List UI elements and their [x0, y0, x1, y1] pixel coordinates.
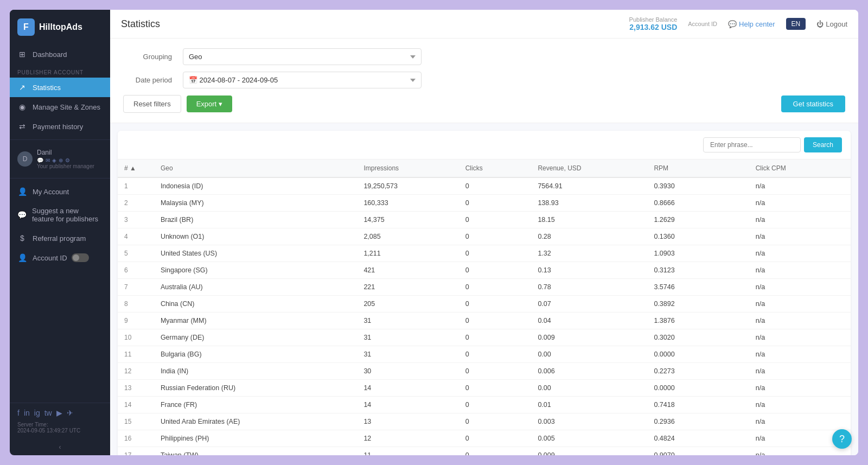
cell-geo: Singapore (SG)	[154, 262, 358, 279]
cell-clicks: 0	[459, 363, 532, 380]
sidebar-item-referral[interactable]: $ Referral program	[10, 228, 110, 248]
sidebar-item-dashboard[interactable]: ⊞ Dashboard	[10, 44, 110, 64]
statistics-icon: ↗	[17, 83, 27, 92]
help-fab-button[interactable]: ?	[832, 429, 852, 449]
sidebar-item-payment-history[interactable]: ⇄ Payment history	[10, 117, 110, 136]
sidebar-item-label: Statistics	[33, 84, 61, 92]
sidebar-item-manage-sites[interactable]: ◉ Manage Site & Zones	[10, 97, 110, 117]
col-header-rpm[interactable]: RPM	[647, 160, 749, 177]
sidebar-item-label: Payment history	[33, 123, 83, 131]
logout-button[interactable]: ⏻ Logout	[816, 20, 847, 28]
cell-num: 1	[118, 177, 154, 195]
cell-cpm: n/a	[749, 329, 851, 346]
sidebar-item-account-id[interactable]: 👤 Account ID	[10, 248, 110, 267]
sidebar-item-statistics[interactable]: ↗ Statistics	[10, 78, 110, 97]
search-button[interactable]: Search	[804, 137, 842, 152]
table-row: 13 Russian Federation (RU) 14 0 0.00 0.0…	[118, 380, 851, 397]
search-input[interactable]	[703, 137, 801, 152]
table-row: 11 Bulgaria (BG) 31 0 0.00 0.0000 n/a	[118, 346, 851, 363]
instagram-icon[interactable]: ig	[34, 409, 40, 417]
table-row: 8 China (CN) 205 0 0.07 0.3892 n/a	[118, 296, 851, 313]
cell-impressions: 421	[357, 262, 458, 279]
cell-revenue: 1.32	[531, 245, 647, 262]
cell-num: 3	[118, 212, 154, 228]
cell-cpm: n/a	[749, 296, 851, 313]
cell-revenue: 0.28	[531, 228, 647, 245]
cell-num: 13	[118, 380, 154, 397]
col-header-cpm[interactable]: Click CPM	[749, 160, 851, 177]
export-button[interactable]: Export ▾	[187, 95, 233, 112]
cell-cpm: n/a	[749, 195, 851, 212]
cell-num: 15	[118, 413, 154, 430]
col-header-impressions[interactable]: Impressions	[357, 160, 458, 177]
sidebar-item-label: Suggest a new feature for publishers	[32, 207, 103, 223]
manager-name: Danil	[37, 149, 94, 156]
cell-cpm: n/a	[749, 346, 851, 363]
social-icons: f in ig tw ▶ ✈	[17, 409, 103, 417]
table-row: 14 France (FR) 14 0 0.01 0.7418 n/a	[118, 397, 851, 413]
table-body: 1 Indonesia (ID) 19,250,573 0 7564.91 0.…	[118, 177, 851, 455]
grouping-select[interactable]: Geo Site Zone	[183, 48, 422, 65]
table-row: 9 Myanmar (MM) 31 0 0.04 1.3876 n/a	[118, 313, 851, 329]
cell-geo: Australia (AU)	[154, 279, 358, 296]
cell-clicks: 0	[459, 397, 532, 413]
youtube-icon[interactable]: ▶	[56, 409, 62, 417]
cell-revenue: 0.00	[531, 380, 647, 397]
cell-geo: China (CN)	[154, 296, 358, 313]
cell-rpm: 0.4824	[647, 430, 749, 447]
settings-icon[interactable]: ⚙	[65, 157, 70, 163]
date-period-label: Date period	[123, 76, 172, 84]
twitter-icon[interactable]: tw	[44, 409, 52, 417]
email-icon[interactable]: ✉	[46, 157, 50, 163]
cell-rpm: 0.3930	[647, 177, 749, 195]
publisher-account-label: PUBLISHER ACCOUNT	[10, 64, 110, 78]
cell-cpm: n/a	[749, 177, 851, 195]
cell-revenue: 0.009	[531, 447, 647, 456]
account-id-switch[interactable]	[72, 253, 89, 262]
logo[interactable]: F HilltopAds	[10, 10, 110, 44]
search-wrapper: Search	[703, 137, 842, 152]
table-row: 7 Australia (AU) 221 0 0.78 3.5746 n/a	[118, 279, 851, 296]
col-header-clicks[interactable]: Clicks	[459, 160, 532, 177]
cell-rpm: 0.3020	[647, 329, 749, 346]
cell-rpm: 0.7418	[647, 397, 749, 413]
grouping-row: Grouping Geo Site Zone	[123, 48, 845, 65]
linkedin-icon[interactable]: in	[24, 409, 30, 417]
cell-geo: Brazil (BR)	[154, 212, 358, 228]
sidebar-collapse-btn[interactable]: ‹	[10, 439, 110, 455]
cell-num: 11	[118, 346, 154, 363]
cell-clicks: 0	[459, 329, 532, 346]
cell-impressions: 14,375	[357, 212, 458, 228]
cell-revenue: 0.00	[531, 346, 647, 363]
reset-filters-button[interactable]: Reset filters	[123, 95, 181, 113]
cell-clicks: 0	[459, 228, 532, 245]
cell-revenue: 0.01	[531, 397, 647, 413]
language-button[interactable]: EN	[786, 18, 806, 30]
chat-icon[interactable]: 💬	[37, 157, 43, 163]
cell-cpm: n/a	[749, 397, 851, 413]
help-center-button[interactable]: 💬 Help center	[728, 20, 775, 28]
cell-impressions: 14	[357, 397, 458, 413]
cell-clicks: 0	[459, 380, 532, 397]
cell-clicks: 0	[459, 279, 532, 296]
table-header: # ▲ Geo Impressions Clicks Revenue, USD …	[118, 160, 851, 177]
cell-num: 16	[118, 430, 154, 447]
filter-panel: Grouping Geo Site Zone Date period 📅 202…	[110, 39, 858, 123]
profile-icon[interactable]: ⊕	[59, 157, 63, 163]
balance-block: Publisher Balance 2,913.62 USD	[629, 16, 678, 31]
sidebar-item-my-account[interactable]: 👤 My Account	[10, 182, 110, 201]
facebook-icon[interactable]: f	[17, 409, 20, 417]
cell-clicks: 0	[459, 413, 532, 430]
get-statistics-button[interactable]: Get statistics	[781, 95, 845, 112]
cell-rpm: 0.9070	[647, 447, 749, 456]
date-period-select[interactable]: 📅 2024-08-07 - 2024-09-05	[183, 72, 422, 88]
sidebar-item-suggest[interactable]: 💬 Suggest a new feature for publishers	[10, 201, 110, 228]
cell-num: 10	[118, 329, 154, 346]
col-header-geo[interactable]: Geo	[154, 160, 358, 177]
col-header-revenue[interactable]: Revenue, USD	[531, 160, 647, 177]
telegram-icon[interactable]: ✈	[67, 409, 73, 417]
skype-icon[interactable]: ◈	[52, 157, 56, 163]
cell-geo: Malaysia (MY)	[154, 195, 358, 212]
cell-cpm: n/a	[749, 228, 851, 245]
cell-rpm: 0.0000	[647, 380, 749, 397]
